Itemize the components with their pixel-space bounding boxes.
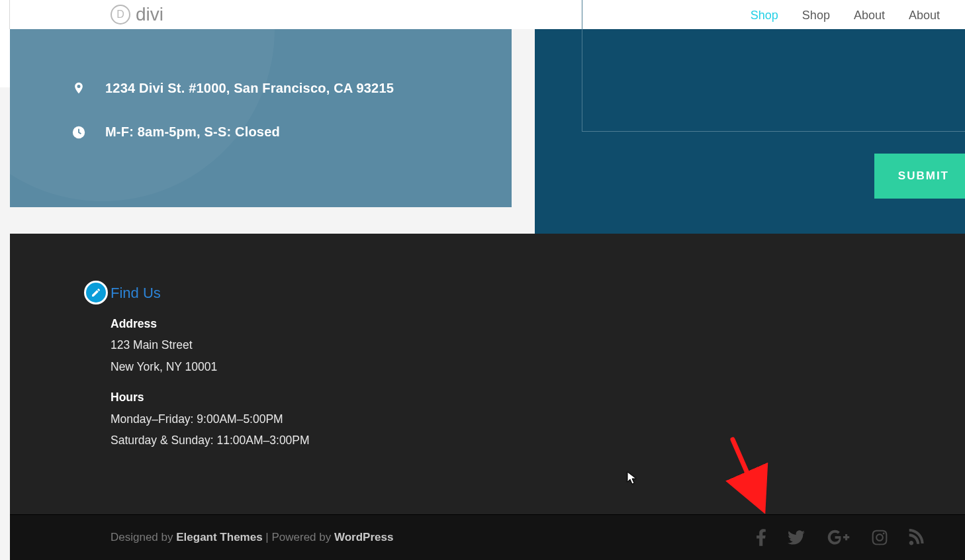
google-plus-icon[interactable] (826, 529, 851, 546)
hours-line-1: Monday–Friday: 9:00AM–5:00PM (111, 410, 362, 429)
logo[interactable]: D divi (111, 4, 163, 25)
address-line-2: New York, NY 10001 (111, 357, 362, 377)
message-textarea[interactable] (582, 0, 965, 132)
edit-widget-button[interactable] (84, 281, 108, 304)
elegant-themes-link[interactable]: Elegant Themes (176, 531, 262, 543)
footer-bottom-bar: Designed by Elegant Themes | Powered by … (10, 514, 965, 560)
pencil-icon (91, 287, 101, 298)
wordpress-link[interactable]: WordPress (334, 531, 393, 543)
find-us-heading: Find Us (111, 281, 362, 305)
twitter-icon[interactable] (786, 529, 806, 546)
submit-button[interactable]: SUBMIT (874, 154, 965, 199)
contact-address: 1234 Divi St. #1000, San Francisco, CA 9… (105, 81, 394, 96)
logo-mark-icon: D (111, 5, 130, 24)
map-pin-icon (71, 79, 87, 97)
address-label: Address (111, 317, 157, 330)
hours-label: Hours (111, 391, 144, 404)
contact-hours: M-F: 8am-5pm, S-S: Closed (105, 124, 280, 140)
logo-text: divi (136, 4, 163, 25)
rss-icon[interactable] (908, 529, 925, 546)
contact-form-panel: SUBMIT (535, 29, 965, 234)
footer-widgets: Find Us Address 123 Main Street New York… (10, 234, 965, 514)
footer-credits: Designed by Elegant Themes | Powered by … (111, 531, 393, 544)
instagram-icon[interactable] (871, 529, 888, 546)
address-line-1: 123 Main Street (111, 336, 362, 355)
facebook-icon[interactable] (756, 528, 766, 547)
clock-icon (71, 125, 87, 140)
contact-info-card: 1234 Divi St. #1000, San Francisco, CA 9… (10, 29, 512, 207)
hours-line-2: Saturday & Sunday: 11:00AM–3:00PM (111, 431, 362, 450)
